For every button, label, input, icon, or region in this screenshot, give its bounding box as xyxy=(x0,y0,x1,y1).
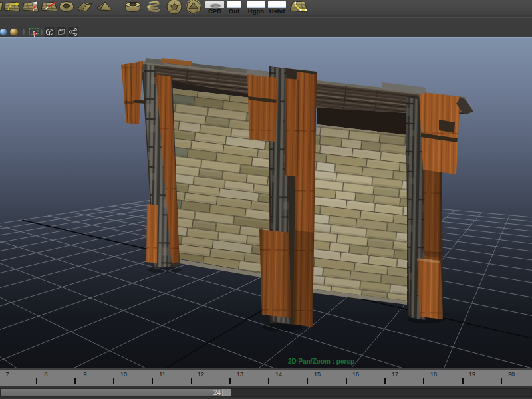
svg-text:2D Pan/Zoom : persp: 2D Pan/Zoom : persp xyxy=(288,358,354,365)
